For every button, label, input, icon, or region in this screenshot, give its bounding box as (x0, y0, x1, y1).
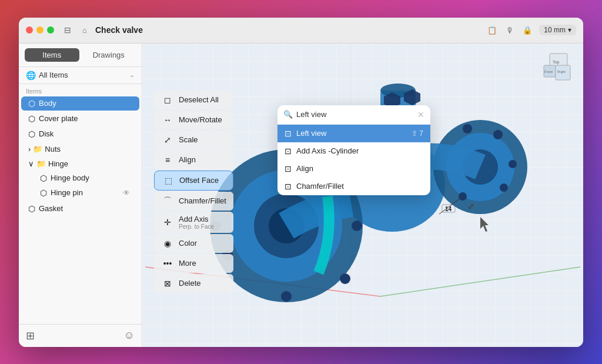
chamfer-fillet-icon: ⌒ (161, 195, 174, 208)
clipboard-icon[interactable]: 📋 (486, 24, 498, 36)
ctx-scale[interactable]: ⤢ Scale (154, 131, 233, 149)
hinge-body-label: Hinge body (51, 173, 130, 182)
more-label: More (179, 259, 196, 268)
tab-drawings[interactable]: Drawings (82, 48, 136, 62)
dropdown-item-align[interactable]: ⊡ Align (277, 160, 430, 178)
ctx-add-axis[interactable]: ✛ Add Axis Perp. to Face (154, 212, 233, 233)
sidebar-toggle-icon[interactable]: ⊟ (61, 24, 74, 36)
measure-dropdown[interactable]: 10 mm ▾ (539, 25, 576, 35)
hinge-pin-label: Hinge pin (51, 188, 119, 197)
svg-point-25 (352, 221, 362, 231)
add-folder-icon[interactable]: ⊞ (26, 329, 35, 342)
align-dd-label: Align (296, 164, 313, 173)
offset-face-icon: ⬚ (162, 174, 175, 187)
scale-label: Scale (179, 135, 198, 144)
svg-line-2 (380, 267, 580, 296)
globe-icon: 🌐 (26, 71, 36, 80)
color-icon: ◉ (161, 237, 174, 250)
ctx-deselect-all[interactable]: ◻ Deselect All (154, 91, 233, 109)
align-dd-icon: ⊡ (285, 164, 292, 173)
add-axis-cylinder-icon: ⊡ (285, 146, 292, 156)
traffic-lights (26, 26, 54, 34)
ctx-delete[interactable]: ⊠ Delete (154, 274, 233, 293)
sidebar-footer: ⊞ ☺ (19, 324, 142, 347)
close-button[interactable] (26, 26, 33, 34)
measure-value: 10 mm (544, 26, 566, 34)
ctx-more[interactable]: ••• More (154, 254, 233, 273)
sidebar-item-body[interactable]: ⬡ Body (21, 96, 139, 111)
sidebar-group-hinge: ∨ 📁 Hinge ⬡ Hinge body ⬡ Hinge pin 👁 (21, 157, 139, 201)
sidebar-item-gasket[interactable]: ⬡ Gasket (21, 202, 139, 216)
chevron-icon: ⌄ (129, 71, 135, 79)
main-area: Items Drawings 🌐 All Items ⌄ Items ⬡ Bod… (19, 44, 583, 347)
ctx-align[interactable]: ≡ Align (154, 151, 233, 169)
hinge-label: Hinge (48, 159, 68, 168)
mic-icon[interactable]: 🎙 (504, 24, 516, 36)
svg-point-23 (281, 291, 292, 302)
gasket-label: Gasket (39, 204, 132, 213)
cube-widget[interactable]: Top Front Right (541, 51, 576, 86)
eye-icon[interactable]: 👁 (123, 189, 130, 197)
dropdown-item-chamfer-fillet[interactable]: ⊡ Chamfer/Fillet (277, 178, 430, 195)
chamfer-dd-label: Chamfer/Fillet (296, 182, 344, 191)
ctx-move-rotate[interactable]: ↔ Move/Rotate (154, 111, 233, 129)
more-icon: ••• (161, 257, 174, 270)
main-window: ⊟ ⌂ Check valve 📋 🎙 🔒 10 mm ▾ Items Draw… (19, 18, 583, 347)
all-items-label: All Items (39, 71, 68, 79)
clear-search-icon[interactable]: ✕ (417, 110, 424, 119)
canvas-area[interactable]: 14 ⤢ ◻ Deselect All ↔ Move/Rotate ⤢ (142, 44, 583, 347)
ctx-chamfer-fillet[interactable]: ⌒ Chamfer/Fillet (154, 192, 233, 211)
hinge-folder-icon: 📁 (36, 159, 46, 168)
left-view-shortcut: ⇧ 7 (412, 129, 423, 138)
move-rotate-icon: ↔ (161, 113, 174, 126)
hinge-body-icon: ⬡ (40, 173, 47, 183)
sidebar-item-hinge-pin[interactable]: ⬡ Hinge pin 👁 (33, 186, 137, 200)
gasket-icon: ⬡ (28, 204, 35, 213)
chamfer-dd-icon: ⊡ (285, 182, 292, 191)
sidebar-item-disk[interactable]: ⬡ Disk (21, 127, 139, 141)
fullscreen-button[interactable] (47, 26, 54, 34)
home-icon[interactable]: ⌂ (79, 24, 91, 36)
hinge-pin-icon: ⬡ (40, 188, 47, 198)
sidebar: Items Drawings 🌐 All Items ⌄ Items ⬡ Bod… (19, 44, 142, 347)
search-input[interactable] (296, 110, 414, 119)
dropdown-item-left-view[interactable]: ⊡ Left view ⇧ 7 (277, 125, 430, 142)
add-axis-icon: ✛ (161, 216, 174, 229)
titlebar-center: ⊟ ⌂ Check valve (61, 24, 486, 36)
titlebar: ⊟ ⌂ Check valve 📋 🎙 🔒 10 mm ▾ (19, 18, 583, 44)
all-items-row[interactable]: 🌐 All Items ⌄ (19, 67, 142, 84)
titlebar-right: 📋 🎙 🔒 10 mm ▾ (486, 24, 576, 36)
svg-marker-29 (480, 217, 489, 232)
search-dropdown[interactable]: 🔍 ✕ ⊡ Left view ⇧ 7 ⊡ Add Axis -Cylinder (277, 105, 430, 195)
deselect-icon: ◻ (161, 93, 174, 106)
sidebar-item-hinge[interactable]: ∨ 📁 Hinge (21, 157, 139, 171)
sidebar-item-cover-plate[interactable]: ⬡ Cover plate (21, 112, 139, 126)
align-icon: ≡ (161, 153, 174, 166)
svg-point-16 (493, 130, 503, 139)
left-view-icon: ⊡ (285, 129, 292, 138)
dropdown-item-add-axis-cylinder[interactable]: ⊡ Add Axis -Cylinder (277, 142, 430, 160)
body-label: Body (39, 99, 132, 108)
svg-text:Top: Top (553, 60, 559, 65)
disk-label: Disk (39, 129, 132, 138)
add-axis-label: Add Axis (179, 215, 214, 223)
tab-items[interactable]: Items (25, 48, 79, 62)
ctx-offset-face[interactable]: ⬚ Offset Face (154, 171, 233, 191)
smiley-icon[interactable]: ☺ (124, 329, 135, 342)
move-rotate-label: Move/Rotate (179, 115, 222, 124)
svg-text:Right: Right (557, 70, 566, 74)
chamfer-fillet-label: Chamfer/Fillet (179, 196, 226, 205)
delete-label: Delete (179, 279, 201, 288)
search-input-row: 🔍 ✕ (277, 105, 430, 125)
ctx-color[interactable]: ◉ Color (154, 234, 233, 253)
svg-point-18 (500, 183, 508, 192)
scale-icon: ⤢ (161, 133, 174, 146)
sidebar-group-nuts: › 📁 Nuts (21, 142, 139, 156)
add-axis-cylinder-label: Add Axis -Cylinder (296, 146, 359, 155)
minimize-button[interactable] (36, 26, 44, 34)
chevron-right-icon: › (28, 145, 31, 153)
lock-icon[interactable]: 🔒 (521, 24, 533, 36)
sidebar-item-nuts[interactable]: › 📁 Nuts (21, 142, 139, 156)
hinge-children: ⬡ Hinge body ⬡ Hinge pin 👁 (21, 171, 139, 200)
sidebar-item-hinge-body[interactable]: ⬡ Hinge body (33, 171, 137, 185)
